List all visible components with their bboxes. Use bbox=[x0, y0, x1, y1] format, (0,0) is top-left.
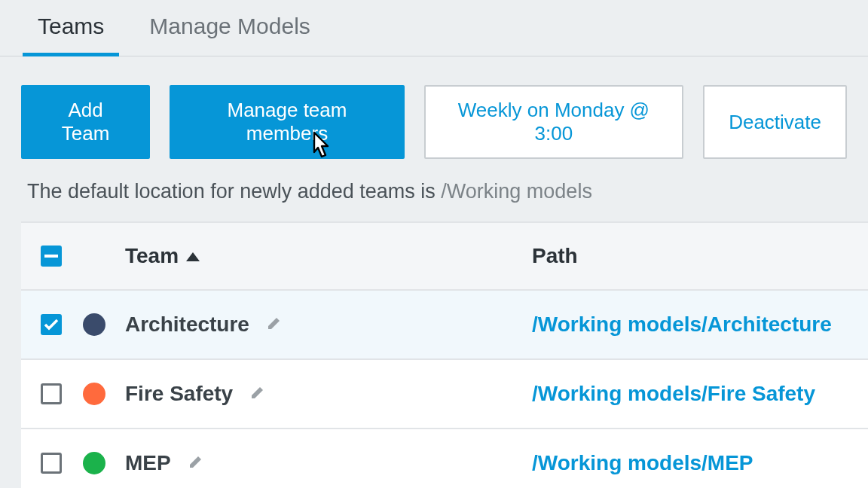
team-name-label: MEP bbox=[125, 451, 171, 475]
team-name-label: Fire Safety bbox=[125, 382, 233, 406]
table-row: Architecture/Working models/Architecture bbox=[21, 291, 868, 360]
add-team-button[interactable]: Add Team bbox=[21, 85, 150, 159]
tabs: Teams Manage Models bbox=[0, 0, 868, 56]
tab-teams[interactable]: Teams bbox=[38, 14, 104, 56]
manage-team-members-button[interactable]: Manage team members bbox=[170, 85, 404, 159]
team-color-dot bbox=[83, 452, 105, 474]
team-color-dot bbox=[83, 383, 105, 405]
team-name-label: Architecture bbox=[125, 313, 249, 337]
path-link[interactable]: /Working models/Architecture bbox=[532, 313, 832, 336]
table-header: Team Path bbox=[21, 221, 868, 291]
column-header-path[interactable]: Path bbox=[532, 244, 848, 268]
sort-asc-icon bbox=[186, 246, 200, 266]
edit-icon[interactable] bbox=[188, 451, 204, 475]
svg-rect-0 bbox=[44, 255, 58, 258]
table-row: MEP/Working models/MEP bbox=[21, 429, 868, 488]
toolbar: Add Team Manage team members Weekly on M… bbox=[0, 56, 868, 174]
row-checkbox[interactable] bbox=[41, 453, 62, 474]
column-header-team[interactable]: Team bbox=[125, 244, 532, 268]
edit-icon[interactable] bbox=[249, 382, 266, 406]
team-color-dot bbox=[83, 313, 105, 336]
edit-icon[interactable] bbox=[266, 313, 283, 337]
tab-manage-models[interactable]: Manage Models bbox=[149, 14, 310, 56]
select-all-checkbox[interactable] bbox=[41, 246, 62, 267]
hint-path: /Working models bbox=[441, 180, 592, 203]
table-row: Fire Safety/Working models/Fire Safety bbox=[21, 360, 868, 429]
row-checkbox[interactable] bbox=[41, 314, 62, 335]
svg-marker-1 bbox=[186, 252, 200, 261]
schedule-button[interactable]: Weekly on Monday @ 3:00 bbox=[424, 85, 684, 159]
path-link[interactable]: /Working models/Fire Safety bbox=[532, 382, 815, 405]
row-checkbox[interactable] bbox=[41, 383, 62, 404]
hint-text: The default location for newly added tea… bbox=[27, 180, 441, 203]
deactivate-button[interactable]: Deactivate bbox=[703, 85, 847, 159]
default-location-hint: The default location for newly added tea… bbox=[0, 174, 868, 221]
teams-table: Team Path Architecture/Working models/Ar… bbox=[21, 221, 868, 488]
path-link[interactable]: /Working models/MEP bbox=[532, 451, 753, 474]
